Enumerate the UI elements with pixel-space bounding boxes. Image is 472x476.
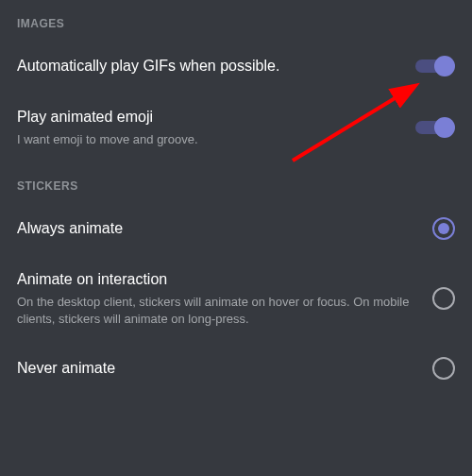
radio-subtitle: On the desktop client, stickers will ani… (17, 294, 419, 327)
radio-animate-on-interaction[interactable] (432, 287, 455, 310)
setting-row-animated-emoji: Play animated emoji I want emoji to move… (17, 93, 455, 162)
setting-subtitle: I want emoji to move and groove. (17, 131, 402, 148)
auto-play-gifs-toggle[interactable] (415, 55, 455, 77)
section-header-stickers: STICKERS (17, 162, 455, 202)
radio-title: Always animate (17, 219, 419, 239)
radio-row-animate-on-interaction[interactable]: Animate on interaction On the desktop cl… (17, 255, 455, 342)
toggle-knob (434, 117, 455, 138)
radio-row-never-animate[interactable]: Never animate (17, 342, 455, 395)
section-header-images: IMAGES (17, 0, 455, 40)
radio-title: Animate on interaction (17, 270, 419, 290)
radio-title: Never animate (17, 359, 419, 379)
radio-row-always-animate[interactable]: Always animate (17, 202, 455, 255)
toggle-knob (434, 56, 455, 76)
setting-title: Automatically play GIFs when possible. (17, 57, 402, 76)
animated-emoji-toggle[interactable] (415, 116, 455, 139)
setting-row-auto-play-gifs: Automatically play GIFs when possible. (17, 40, 455, 93)
radio-always-animate[interactable] (432, 217, 455, 240)
setting-title: Play animated emoji (17, 108, 402, 128)
radio-never-animate[interactable] (432, 357, 455, 380)
